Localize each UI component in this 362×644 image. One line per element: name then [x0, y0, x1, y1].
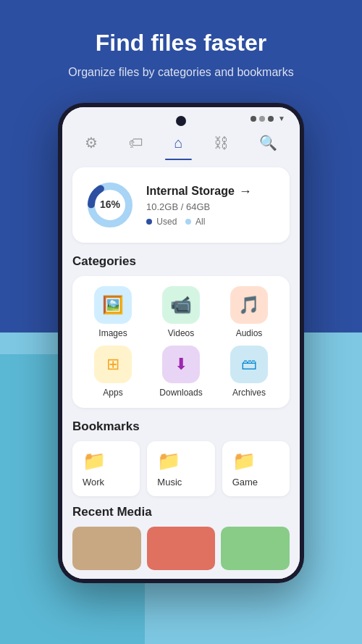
storage-title: Internal Storage → [146, 184, 278, 199]
link-icon: ⛓ [214, 135, 228, 151]
phone-mockup: ▼ ⚙ 🏷 ⌂ ⛓ 🔍 [58, 103, 304, 583]
legend-used: Used [146, 217, 177, 227]
bookmarks-row: 📁 Work 📁 Music 📁 Game [72, 441, 290, 496]
category-images[interactable]: 🖼️ Images [83, 286, 143, 338]
recent-media-title: Recent Media [72, 505, 290, 519]
status-signal2 [259, 116, 265, 122]
category-archives[interactable]: 🗃 Archives [219, 346, 279, 398]
nav-item-tag[interactable]: 🏷 [120, 132, 152, 154]
nav-item-link[interactable]: ⛓ [205, 132, 237, 154]
game-folder-icon: 📁 [232, 450, 256, 472]
videos-icon: 📹 [170, 295, 192, 315]
storage-title-text: Internal Storage [146, 185, 235, 198]
storage-info: Internal Storage → 10.2GB / 64GB Used Al… [146, 184, 278, 227]
apps-label: Apps [103, 388, 122, 398]
storage-card[interactable]: 16% Internal Storage → 10.2GB / 64GB Use… [72, 167, 290, 243]
archives-label: Archives [232, 388, 266, 398]
nav-item-search[interactable]: 🔍 [251, 131, 286, 154]
bookmark-game[interactable]: 📁 Game [222, 441, 290, 496]
downloads-label: Downloads [159, 388, 202, 398]
archives-icon-wrap: 🗃 [230, 346, 268, 383]
downloads-icon: ⬇ [174, 355, 188, 374]
legend-all: All [185, 217, 205, 227]
header-section: Find files faster Organize files by cate… [0, 0, 362, 96]
work-folder-icon: 📁 [83, 450, 106, 472]
status-signal3 [268, 116, 274, 122]
legend-used-label: Used [156, 217, 177, 227]
media-thumb-3[interactable] [221, 527, 290, 570]
recent-media-section: Recent Media [72, 505, 290, 570]
media-thumb-1[interactable] [72, 527, 141, 570]
legend-used-dot [146, 219, 152, 225]
storage-legend: Used All [146, 217, 278, 227]
media-thumb-2[interactable] [147, 527, 216, 570]
status-signal1 [251, 116, 256, 122]
categories-section-title: Categories [72, 254, 290, 269]
tag-icon: 🏷 [129, 135, 143, 151]
phone-screen: ▼ ⚙ 🏷 ⌂ ⛓ 🔍 [62, 107, 300, 579]
nav-item-home[interactable]: ⌂ [165, 132, 191, 154]
storage-size-text: 10.2GB / 64GB [146, 201, 278, 212]
search-icon: 🔍 [259, 134, 277, 151]
audios-label: Audios [236, 328, 263, 338]
category-apps[interactable]: ⊞ Apps [83, 346, 143, 398]
header-title: Find files faster [22, 29, 340, 57]
videos-label: Videos [168, 328, 194, 338]
settings-icon: ⚙ [85, 134, 98, 151]
images-label: Images [98, 328, 127, 338]
battery-icon: ▼ [278, 114, 285, 122]
videos-icon-wrap: 📹 [162, 286, 200, 324]
apps-icon: ⊞ [106, 355, 119, 374]
category-downloads[interactable]: ⬇ Downloads [151, 346, 211, 398]
storage-donut-chart: 16% [84, 179, 136, 231]
categories-card: 🖼️ Images 📹 Videos 🎵 Aud [72, 276, 290, 408]
donut-percent-text: 16% [100, 198, 121, 210]
apps-icon-wrap: ⊞ [94, 346, 132, 383]
downloads-icon-wrap: ⬇ [162, 346, 200, 383]
recent-media-row [72, 527, 290, 570]
bookmark-music[interactable]: 📁 Music [147, 441, 214, 496]
category-grid: 🖼️ Images 📹 Videos 🎵 Aud [83, 286, 279, 398]
audios-icon-wrap: 🎵 [230, 286, 268, 324]
nav-bar: ⚙ 🏷 ⌂ ⛓ 🔍 [62, 125, 300, 159]
nav-item-settings[interactable]: ⚙ [76, 131, 106, 154]
images-icon: 🖼️ [102, 295, 124, 315]
storage-arrow-icon: → [239, 184, 252, 199]
work-label: Work [83, 477, 104, 488]
audios-icon: 🎵 [238, 295, 260, 315]
legend-all-label: All [195, 217, 205, 227]
game-label: Game [232, 477, 258, 488]
images-icon-wrap: 🖼️ [94, 286, 132, 324]
screen-content: 16% Internal Storage → 10.2GB / 64GB Use… [62, 159, 300, 579]
music-folder-icon: 📁 [157, 450, 180, 472]
category-audios[interactable]: 🎵 Audios [219, 286, 279, 338]
category-videos[interactable]: 📹 Videos [151, 286, 211, 338]
bookmarks-section: Bookmarks 📁 Work 📁 Music 📁 Game [72, 419, 290, 496]
camera-dot [176, 116, 186, 126]
music-label: Music [157, 477, 182, 488]
legend-all-dot [185, 219, 191, 225]
home-icon: ⌂ [174, 135, 182, 151]
header-subtitle: Organize files by categories and bookmar… [22, 64, 340, 81]
bookmark-work[interactable]: 📁 Work [72, 441, 140, 496]
archives-icon: 🗃 [241, 355, 257, 374]
bookmarks-section-title: Bookmarks [72, 419, 290, 434]
